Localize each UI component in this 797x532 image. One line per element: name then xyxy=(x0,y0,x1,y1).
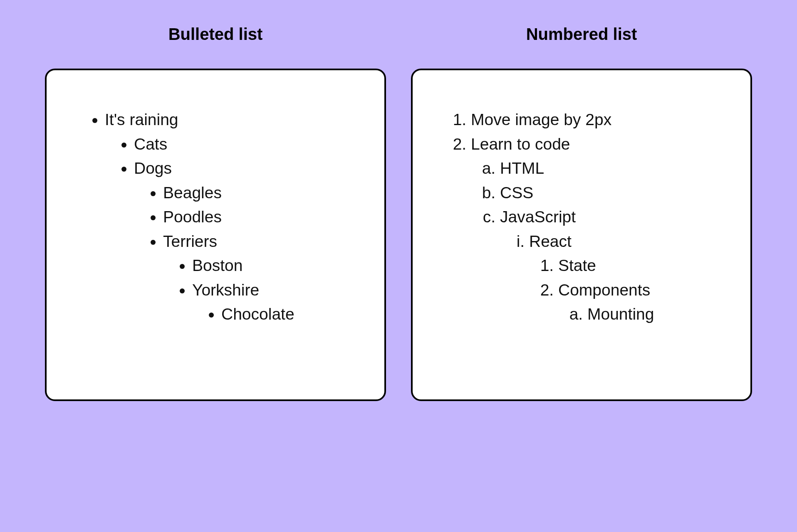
numbered-card: Move image by 2px Learn to code HTML CSS… xyxy=(411,69,752,401)
list-item: Components Mounting xyxy=(558,278,721,327)
list-item-label: Components xyxy=(558,281,650,299)
list-item-label: Mounting xyxy=(587,305,654,323)
list-item: It's raining Cats Dogs Beagles Poodles T… xyxy=(105,108,355,327)
numbered-list-level4: State Components Mounting xyxy=(537,254,721,327)
list-item: CSS xyxy=(500,181,721,205)
list-item: HTML xyxy=(500,156,721,181)
list-item-label: Cats xyxy=(134,135,167,153)
list-item: Terriers Boston Yorkshire Chocolate xyxy=(163,229,355,327)
list-item-label: HTML xyxy=(500,159,544,177)
list-item-label: Boston xyxy=(192,256,243,274)
list-item-label: Learn to code xyxy=(471,135,570,153)
numbered-list: Move image by 2px Learn to code HTML CSS… xyxy=(450,108,721,327)
list-item-label: React xyxy=(529,232,572,250)
numbered-column: Numbered list Move image by 2px Learn to… xyxy=(411,25,752,401)
list-item-label: Beagles xyxy=(163,184,222,202)
list-item-label: Poodles xyxy=(163,208,222,226)
bulleted-card: It's raining Cats Dogs Beagles Poodles T… xyxy=(45,69,386,401)
list-item-label: It's raining xyxy=(105,111,178,128)
list-item: React State Components Mounting xyxy=(529,229,721,327)
list-item-label: CSS xyxy=(500,184,533,202)
list-item-label: Chocolate xyxy=(221,305,295,323)
list-item: Boston xyxy=(192,254,355,278)
list-item: Poodles xyxy=(163,205,355,229)
list-item: Dogs Beagles Poodles Terriers Boston xyxy=(134,156,355,327)
numbered-list-level2: HTML CSS JavaScript React State xyxy=(479,156,721,327)
list-item: JavaScript React State Components xyxy=(500,205,721,327)
list-item-label: JavaScript xyxy=(500,208,576,226)
bulleted-heading: Bulleted list xyxy=(168,25,263,44)
bulleted-list: It's raining Cats Dogs Beagles Poodles T… xyxy=(84,108,355,327)
bulleted-list-level4: Boston Yorkshire Chocolate xyxy=(171,254,355,327)
bulleted-column: Bulleted list It's raining Cats Dogs Bea… xyxy=(45,25,386,401)
list-item: Learn to code HTML CSS JavaScript React … xyxy=(471,132,721,327)
list-item: Beagles xyxy=(163,181,355,205)
list-item: Move image by 2px xyxy=(471,108,721,132)
list-item-label: Dogs xyxy=(134,159,172,177)
list-item: Chocolate xyxy=(221,302,355,327)
bulleted-list-level2: Cats Dogs Beagles Poodles Terriers Bosto… xyxy=(113,132,355,327)
bulleted-list-level5: Chocolate xyxy=(200,302,355,327)
numbered-list-level5: Mounting xyxy=(567,302,721,327)
list-item: State xyxy=(558,254,721,278)
list-item-label: Terriers xyxy=(163,232,217,250)
numbered-list-level3: React State Components Mounting xyxy=(508,229,721,327)
columns-container: Bulleted list It's raining Cats Dogs Bea… xyxy=(33,25,764,401)
numbered-heading: Numbered list xyxy=(526,25,637,44)
list-item: Mounting xyxy=(587,302,721,327)
list-item-label: Yorkshire xyxy=(192,281,259,299)
list-item-label: Move image by 2px xyxy=(471,111,611,128)
list-item: Yorkshire Chocolate xyxy=(192,278,355,327)
bulleted-list-level3: Beagles Poodles Terriers Boston Yorkshir… xyxy=(142,181,355,327)
list-item: Cats xyxy=(134,132,355,157)
list-item-label: State xyxy=(558,256,596,274)
